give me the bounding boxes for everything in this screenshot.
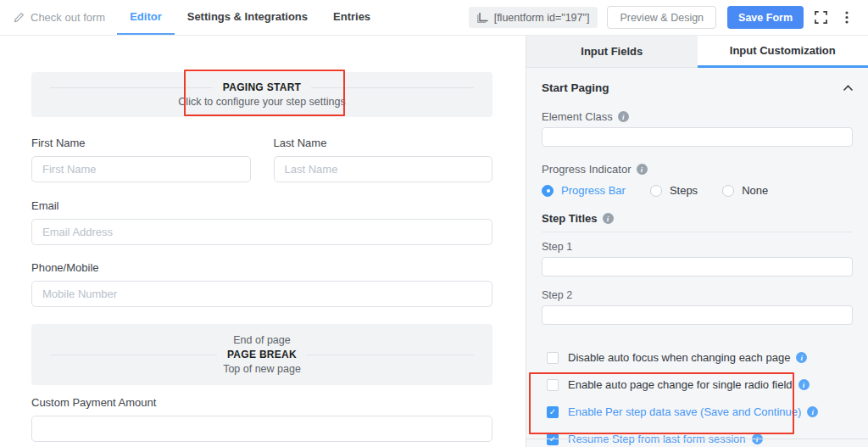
- main-body: PAGING START Click to configure your ste…: [0, 36, 868, 447]
- topbar-left: Check out form Editor Settings & Integra…: [14, 0, 383, 35]
- name-fields-row: First Name Last Name: [31, 137, 492, 182]
- checkbox-per-step-data-save[interactable]: Enable Per step data save (Save and Cont…: [542, 404, 853, 420]
- radio-icon: [722, 185, 734, 197]
- form-title[interactable]: Check out form: [14, 11, 105, 24]
- field-first-name[interactable]: First Name: [31, 137, 251, 182]
- paging-start-subtitle: Click to configure your step settings: [31, 96, 492, 108]
- step-2-label: Step 2: [542, 289, 853, 301]
- progress-indicator-label-row: Progress Indicator i: [542, 163, 853, 176]
- topbar: Check out form Editor Settings & Integra…: [0, 0, 868, 36]
- step-1-label: Step 1: [542, 241, 853, 253]
- divider-line: [307, 355, 474, 355]
- checkbox-label: Enable Per step data save (Save and Cont…: [568, 405, 801, 418]
- page-break-bottom-text: Top of new page: [31, 363, 492, 375]
- shortcode-chip[interactable]: [fluentform id="197"]: [469, 7, 598, 28]
- save-form-button[interactable]: Save Form: [727, 6, 804, 29]
- settings-panel: Input Fields Input Customization Start P…: [526, 36, 868, 447]
- tab-input-fields[interactable]: Input Fields: [526, 36, 698, 68]
- custom-payment-input[interactable]: [31, 416, 492, 442]
- info-icon[interactable]: i: [798, 379, 810, 390]
- checkbox-icon: [547, 352, 559, 364]
- shortcode-text: [fluentform id="197"]: [494, 12, 590, 24]
- paging-start-title-row: PAGING START: [50, 81, 474, 93]
- last-name-label: Last Name: [274, 137, 493, 149]
- tab-input-customization[interactable]: Input Customization: [698, 36, 868, 68]
- more-menu-icon[interactable]: [837, 8, 856, 27]
- settings-panel-body: Start Paging Element Class i Progress In…: [526, 68, 868, 447]
- info-icon[interactable]: i: [603, 213, 614, 224]
- first-name-input[interactable]: [31, 156, 251, 182]
- tab-entries[interactable]: Entries: [320, 0, 383, 35]
- radio-steps[interactable]: Steps: [650, 184, 698, 197]
- email-label: Email: [31, 199, 492, 212]
- custom-payment-label: Custom Payment Amount: [31, 396, 492, 409]
- form-title-label: Check out form: [31, 11, 105, 24]
- step-titles-label-row: Step Titles i: [542, 212, 853, 225]
- first-name-label: First Name: [31, 137, 251, 149]
- divider-line: [50, 355, 217, 355]
- field-custom-payment[interactable]: Custom Payment Amount: [31, 396, 492, 442]
- panel-bottom-divider: [526, 439, 868, 439]
- tab-settings-integrations[interactable]: Settings & Integrations: [175, 0, 320, 35]
- step-2-input[interactable]: [542, 305, 853, 325]
- progress-indicator-label: Progress Indicator: [542, 163, 632, 176]
- field-last-name[interactable]: Last Name: [274, 137, 493, 182]
- section-divider: [542, 232, 853, 232]
- paging-start-title: PAGING START: [223, 81, 302, 93]
- fluentform-editor-page: Check out form Editor Settings & Integra…: [0, 0, 868, 447]
- shortcode-copy-icon: [477, 12, 488, 23]
- radio-icon: [650, 185, 662, 197]
- radio-progress-bar[interactable]: Progress Bar: [542, 184, 626, 197]
- start-paging-section-header[interactable]: Start Paging: [542, 68, 853, 94]
- checkbox-label: Disable auto focus when changing each pa…: [568, 351, 790, 364]
- field-phone[interactable]: Phone/Mobile: [31, 261, 492, 307]
- checkbox-auto-page-change[interactable]: Enable auto page change for single radio…: [542, 377, 853, 393]
- settings-panel-tabs: Input Fields Input Customization: [526, 36, 868, 68]
- topbar-actions: [fluentform id="197"] Preview & Design S…: [469, 6, 856, 29]
- preview-design-button[interactable]: Preview & Design: [607, 6, 716, 29]
- field-email[interactable]: Email: [31, 199, 492, 245]
- progress-indicator-options: Progress Bar Steps None: [542, 184, 853, 197]
- step-1-input[interactable]: [542, 257, 853, 277]
- checkbox-icon: [547, 406, 559, 418]
- edit-pencil-icon: [14, 12, 25, 23]
- email-input[interactable]: [31, 219, 492, 245]
- info-icon[interactable]: i: [796, 352, 807, 363]
- info-icon[interactable]: i: [618, 111, 629, 122]
- radio-icon: [542, 185, 554, 197]
- top-tabs: Editor Settings & Integrations Entries: [117, 0, 383, 35]
- divider-line: [311, 87, 474, 88]
- last-name-input[interactable]: [274, 156, 493, 182]
- form-content-column: PAGING START Click to configure your ste…: [31, 72, 492, 442]
- phone-input[interactable]: [31, 281, 492, 307]
- checkbox-icon: [547, 379, 559, 391]
- start-paging-title: Start Paging: [542, 81, 609, 94]
- step-titles-label: Step Titles: [542, 212, 598, 225]
- divider-line: [50, 87, 213, 88]
- checkbox-disable-auto-focus[interactable]: Disable auto focus when changing each pa…: [542, 349, 853, 366]
- form-editor-canvas: PAGING START Click to configure your ste…: [0, 36, 526, 447]
- element-class-label: Element Class: [542, 110, 613, 123]
- phone-label: Phone/Mobile: [31, 261, 492, 274]
- fullscreen-icon[interactable]: [811, 8, 830, 27]
- radio-none[interactable]: None: [722, 184, 768, 197]
- page-break-element[interactable]: End of page PAGE BREAK Top of new page: [31, 324, 492, 385]
- page-break-title: PAGE BREAK: [227, 349, 297, 360]
- element-class-label-row: Element Class i: [542, 110, 853, 123]
- checkbox-label: Enable auto page change for single radio…: [568, 378, 793, 391]
- element-class-input[interactable]: [542, 127, 853, 147]
- paging-start-element[interactable]: PAGING START Click to configure your ste…: [31, 72, 492, 117]
- info-icon[interactable]: i: [807, 406, 818, 417]
- page-break-title-row: PAGE BREAK: [50, 349, 474, 360]
- tab-editor[interactable]: Editor: [117, 0, 175, 35]
- chevron-up-icon[interactable]: [843, 85, 853, 91]
- page-break-top-text: End of page: [31, 334, 492, 346]
- info-icon[interactable]: i: [637, 164, 648, 175]
